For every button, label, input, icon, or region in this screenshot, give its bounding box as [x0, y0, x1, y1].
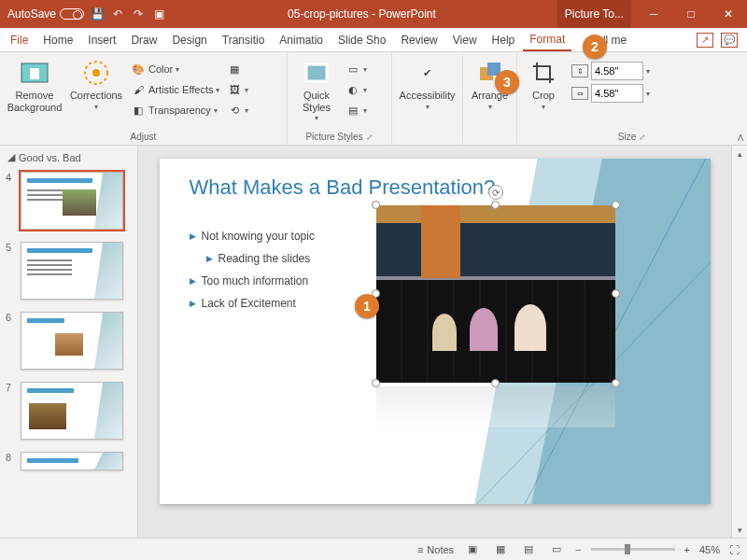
callout-1: 1	[355, 294, 379, 318]
tab-help[interactable]: Help	[486, 30, 522, 50]
notes-icon: ≡	[417, 544, 423, 555]
transparency-icon: ◧	[131, 103, 146, 118]
callout-2: 2	[583, 35, 607, 59]
picture-tools-context-tab[interactable]: Picture To...	[557, 0, 631, 28]
slide: What Makes a Bad Presentation? ▶Not know…	[160, 159, 711, 504]
resize-handle[interactable]	[491, 201, 500, 209]
tab-draw[interactable]: Draw	[124, 30, 163, 50]
ribbon-tabs: File Home Insert Draw Design Transitio A…	[0, 28, 747, 52]
resize-handle[interactable]	[612, 289, 620, 298]
zoom-out-icon[interactable]: −	[575, 544, 581, 555]
restore-button[interactable]: □	[672, 0, 710, 28]
zoom-level[interactable]: 45%	[699, 544, 720, 555]
start-slideshow-icon[interactable]: ▣	[151, 7, 166, 21]
slide-thumbnail-5[interactable]	[21, 242, 123, 300]
tab-home[interactable]: Home	[36, 30, 79, 50]
slide-thumbnail-6[interactable]	[21, 312, 123, 370]
collapse-ribbon-icon[interactable]: ᐱ	[738, 133, 743, 143]
tab-review[interactable]: Review	[394, 30, 444, 50]
slide-thumbnail-pane[interactable]: ◢Good vs. Bad 4 5 6 7 8	[0, 146, 138, 538]
section-header[interactable]: ◢Good vs. Bad	[0, 149, 137, 169]
slide-thumbnail-4[interactable]	[21, 172, 123, 230]
tab-insert[interactable]: Insert	[81, 30, 122, 50]
reading-view-icon[interactable]: ▤	[519, 542, 538, 557]
normal-view-icon[interactable]: ▣	[463, 542, 482, 557]
notes-button[interactable]: ≡Notes	[417, 544, 454, 555]
title-bar: AutoSave 💾 ↶ ↷ ▣ 05-crop-pictures - Powe…	[0, 0, 747, 28]
dialog-launcher-icon[interactable]: ⤢	[366, 133, 374, 142]
workspace: ◢Good vs. Bad 4 5 6 7 8 What Makes a Bad…	[0, 146, 747, 538]
effects-icon: ◐	[345, 82, 360, 97]
undo-icon[interactable]: ↶	[110, 7, 125, 21]
toggle-off-icon	[60, 8, 84, 20]
corrections-icon	[81, 58, 111, 88]
quick-styles-icon	[302, 58, 331, 88]
color-button[interactable]: 🎨 Color▾	[129, 60, 221, 78]
picture-layout-button[interactable]: ▤▾	[344, 101, 369, 119]
transparency-button[interactable]: ◧ Transparency▾	[129, 101, 221, 119]
width-input[interactable]	[591, 84, 643, 103]
slide-thumbnail-8[interactable]	[21, 452, 123, 470]
resize-handle[interactable]	[372, 379, 380, 387]
accessibility-button[interactable]: ✔ Accessibility ▾	[398, 56, 457, 111]
comments-icon[interactable]: 💬	[721, 33, 738, 48]
picture-effects-button[interactable]: ◐▾	[344, 80, 369, 99]
svg-rect-4	[306, 64, 327, 81]
tab-format[interactable]: Format	[523, 29, 571, 51]
color-icon: 🎨	[131, 62, 146, 77]
picture-border-button[interactable]: ▭▾	[344, 60, 369, 78]
callout-3: 3	[495, 70, 519, 94]
resize-handle[interactable]	[612, 379, 620, 387]
bullet-list: ▶Not knowing your topic ▶Reading the sli…	[190, 230, 315, 319]
resize-handle[interactable]	[372, 201, 380, 209]
fit-to-window-icon[interactable]: ⛶	[729, 544, 740, 555]
autosave-label: AutoSave	[7, 7, 56, 21]
tab-slideshow[interactable]: Slide Sho	[331, 30, 392, 50]
status-bar: ≡Notes ▣ ▦ ▤ ▭ − + 45% ⛶	[0, 538, 747, 560]
dialog-launcher-icon[interactable]: ⤢	[639, 133, 646, 142]
corrections-button[interactable]: Corrections ▾	[67, 56, 125, 111]
slide-title: What Makes a Bad Presentation?	[190, 175, 496, 200]
spinner-icon[interactable]: ▾	[646, 90, 650, 98]
tab-animations[interactable]: Animatio	[273, 30, 330, 50]
resize-handle[interactable]	[491, 379, 500, 387]
autosave-toggle[interactable]: AutoSave	[7, 7, 84, 21]
rotation-handle[interactable]: ⟳	[488, 185, 503, 200]
slide-thumbnail-7[interactable]	[21, 382, 123, 440]
spinner-icon[interactable]: ▾	[646, 67, 650, 76]
remove-background-icon	[20, 58, 49, 88]
resize-handle[interactable]	[612, 201, 620, 209]
picture-content	[376, 205, 615, 383]
zoom-in-icon[interactable]: +	[684, 544, 690, 555]
quick-styles-button[interactable]: Quick Styles ▾	[293, 56, 340, 122]
tab-design[interactable]: Design	[165, 30, 213, 50]
redo-icon[interactable]: ↷	[131, 7, 146, 21]
change-picture-button[interactable]: 🖼▾	[225, 80, 250, 99]
share-icon[interactable]: ↗	[697, 33, 713, 48]
slideshow-view-icon[interactable]: ▭	[547, 542, 566, 557]
crop-button[interactable]: Crop ▾	[523, 56, 564, 111]
reset-picture-button[interactable]: ⟲▾	[225, 101, 250, 119]
vertical-scrollbar[interactable]: ▴ ▾	[731, 146, 747, 538]
compress-pictures-button[interactable]: ▦	[225, 60, 250, 78]
scroll-up-icon[interactable]: ▴	[732, 146, 747, 161]
close-button[interactable]: ✕	[710, 0, 747, 28]
height-input[interactable]	[591, 62, 643, 80]
tab-file[interactable]: File	[4, 30, 35, 50]
border-icon: ▭	[345, 62, 360, 77]
selected-picture[interactable]: ⟳	[376, 205, 615, 383]
scroll-down-icon[interactable]: ▾	[732, 522, 747, 538]
zoom-slider[interactable]	[591, 548, 675, 551]
slide-sorter-icon[interactable]: ▦	[491, 542, 510, 557]
accessibility-icon: ✔	[413, 58, 443, 88]
tab-view[interactable]: View	[446, 30, 484, 50]
save-icon[interactable]: 💾	[90, 7, 105, 21]
tab-transitions[interactable]: Transitio	[216, 30, 272, 50]
minimize-button[interactable]: ─	[635, 0, 672, 28]
artistic-effects-button[interactable]: 🖌 Artistic Effects▾	[129, 80, 221, 99]
remove-background-button[interactable]: Remove Background	[6, 56, 63, 113]
svg-rect-1	[30, 68, 39, 79]
group-label-size: Size	[618, 132, 636, 142]
slide-canvas[interactable]: What Makes a Bad Presentation? ▶Not know…	[138, 146, 731, 538]
width-icon: ⇔	[571, 87, 588, 100]
